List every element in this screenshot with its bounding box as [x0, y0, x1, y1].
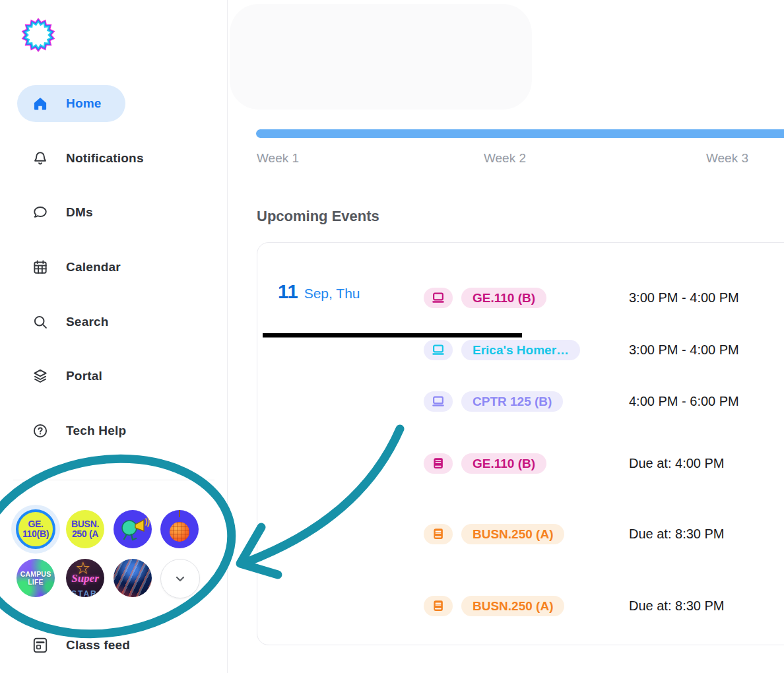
event-row[interactable]: BUSN.250 (A) Due at: 8:30 PM — [424, 596, 453, 616]
sidebar-item-label: Notifications — [66, 151, 144, 166]
sidebar: Home Notifications DMs Calendar Search P… — [0, 0, 228, 673]
class-badge[interactable]: Erica's Homer… — [461, 340, 580, 360]
event-time: Due at: 4:00 PM — [629, 456, 725, 471]
search-icon — [32, 313, 49, 331]
sidebar-item-label: Portal — [66, 369, 102, 383]
blurred-content-region — [230, 4, 532, 110]
sidebar-item-search[interactable]: Search — [17, 304, 109, 340]
upcoming-events-card: 11 Sep, Thu GE.110 (B) 3:00 PM - 4:00 PM… — [257, 242, 784, 645]
class-badge[interactable]: GE.110 (B) — [461, 288, 546, 308]
sidebar-item-tech-help[interactable]: Tech Help — [17, 412, 126, 449]
sidebar-item-label: Home — [66, 96, 102, 111]
class-badge[interactable]: GE.110 (B) — [461, 453, 546, 474]
class-badge[interactable]: BUSN.250 (A) — [461, 524, 564, 544]
sidebar-item-notifications[interactable]: Notifications — [17, 140, 144, 177]
book-icon — [424, 596, 453, 616]
laptop-icon — [424, 340, 453, 360]
event-row[interactable]: GE.110 (B) Due at: 4:00 PM — [424, 453, 453, 474]
home-icon — [32, 95, 49, 112]
chevron-down-icon — [172, 571, 188, 587]
sidebar-item-class-feed[interactable]: Class feed — [17, 627, 130, 664]
sidebar-item-label: Calendar — [66, 260, 121, 274]
calendar-icon — [32, 259, 49, 276]
event-time: 4:00 PM - 6:00 PM — [629, 394, 739, 409]
sidebar-item-label: Search — [66, 315, 109, 329]
avatar-text: BUSN. — [71, 519, 99, 529]
laptop-icon — [424, 288, 453, 308]
sidebar-item-label: Class feed — [66, 638, 130, 653]
laptop-icon — [424, 391, 453, 412]
sidebar-item-home[interactable]: Home — [17, 85, 125, 122]
week-label-2: Week 2 — [484, 151, 526, 166]
event-date-rest: Sep, Thu — [304, 286, 360, 302]
event-time: Due at: 8:30 PM — [629, 598, 725, 614]
sidebar-item-label: DMs — [66, 205, 93, 220]
megaphone-character-icon — [114, 510, 152, 548]
event-time: 3:00 PM - 4:00 PM — [629, 290, 739, 305]
avatar-text: Super — [67, 572, 103, 585]
group-avatar-busn250[interactable]: BUSN. 250 (A — [66, 510, 104, 548]
event-date: 11 Sep, Thu — [278, 281, 360, 303]
sidebar-divider — [13, 480, 214, 480]
expand-groups-button[interactable] — [160, 559, 200, 598]
chat-icon — [32, 204, 49, 221]
group-avatar-campus-life[interactable]: CAMPUS LIFE — [16, 559, 55, 597]
event-row[interactable]: CPTR 125 (B) 4:00 PM - 6:00 PM — [424, 391, 453, 412]
group-avatar-city[interactable] — [114, 559, 152, 597]
avatar-text: LIFE — [28, 578, 44, 586]
layers-icon — [32, 368, 49, 385]
disco-ball-icon — [170, 522, 189, 542]
group-avatar-superstar[interactable]: ☆ Super STAR — [66, 559, 104, 597]
sidebar-item-portal[interactable]: Portal — [17, 358, 102, 395]
disco-string — [179, 510, 180, 517]
term-progress-bar — [256, 129, 784, 138]
avatar-text: GE. — [28, 519, 43, 529]
event-time: Due at: 8:30 PM — [629, 527, 725, 542]
group-avatar-announcements[interactable] — [114, 510, 152, 548]
avatar-text: 250 (A — [72, 529, 98, 539]
question-icon — [32, 422, 49, 439]
bell-icon — [32, 150, 49, 167]
class-badge[interactable]: BUSN.250 (A) — [461, 596, 564, 616]
school-logo[interactable] — [20, 17, 56, 53]
event-row[interactable]: BUSN.250 (A) Due at: 8:30 PM — [424, 524, 453, 544]
upcoming-events-heading: Upcoming Events — [257, 208, 379, 225]
book-icon — [424, 524, 453, 544]
sidebar-item-label: Tech Help — [66, 424, 126, 438]
class-badge[interactable]: CPTR 125 (B) — [461, 391, 563, 412]
avatar-text: STAR — [71, 589, 98, 597]
book-icon — [424, 453, 453, 474]
avatar-text: 110(B) — [22, 529, 49, 539]
week-label-1: Week 1 — [257, 151, 299, 166]
week-label-3: Week 3 — [706, 151, 748, 166]
feed-icon — [32, 637, 49, 654]
sidebar-item-dms[interactable]: DMs — [17, 194, 93, 231]
group-avatar-ge110-selected[interactable]: GE. 110(B) — [11, 505, 60, 554]
event-row[interactable]: Erica's Homer… 3:00 PM - 4:00 PM — [424, 340, 453, 360]
event-time: 3:00 PM - 4:00 PM — [629, 342, 739, 358]
group-avatar-disco[interactable] — [160, 510, 199, 548]
avatar-text: CAMPUS — [20, 570, 51, 578]
app-root: { "sidebar": { "nav": [ {"label":"Home",… — [0, 0, 784, 673]
event-row[interactable]: GE.110 (B) 3:00 PM - 4:00 PM — [424, 288, 453, 308]
event-date-day: 11 — [278, 281, 298, 303]
sidebar-item-calendar[interactable]: Calendar — [17, 249, 121, 286]
